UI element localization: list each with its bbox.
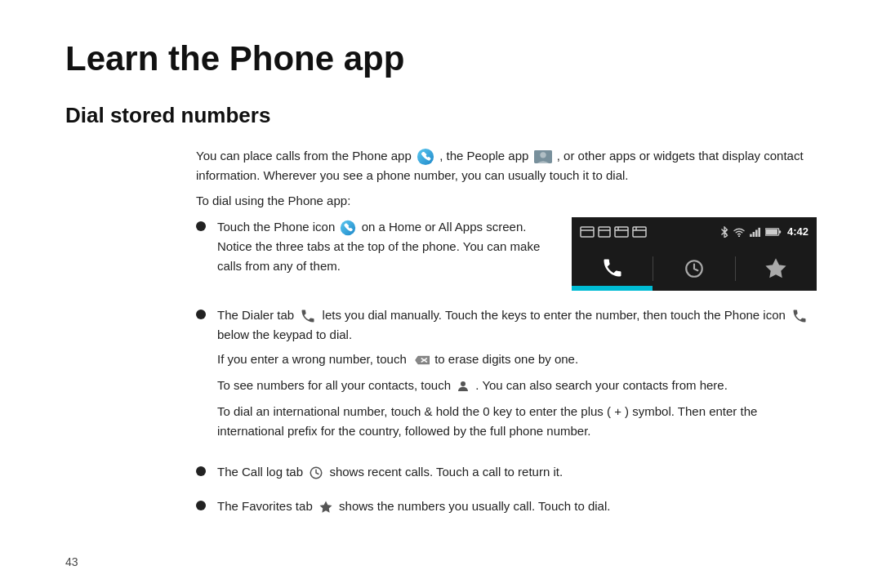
status-right-icons: 4:42 (720, 224, 808, 241)
status-bar: 4:42 (572, 217, 817, 247)
to-dial-text: To dial using the Phone app: (196, 194, 817, 207)
svg-point-26 (461, 381, 466, 386)
status-time: 4:42 (787, 224, 808, 241)
signal-icon (750, 227, 761, 237)
svg-marker-23 (416, 356, 430, 363)
svg-rect-11 (633, 227, 646, 237)
active-tab-indicator (572, 286, 653, 288)
clock-tab-icon (684, 258, 705, 279)
phone-tabs-bar (572, 247, 817, 291)
svg-point-14 (738, 235, 740, 237)
touch-phone-text2: on a Home or All Apps screen. (362, 220, 527, 234)
bluetooth-icon (720, 226, 728, 238)
phone-tab-favorites (736, 247, 817, 291)
bullet-touch-phone: Touch the Phone icon (196, 217, 817, 291)
dialer-small-icon (300, 308, 316, 324)
favorites-text2: shows the numbers you usually call. Touc… (339, 499, 610, 513)
intro-text-2: , the People app (439, 149, 528, 163)
svg-rect-17 (755, 229, 758, 237)
sub-text-contacts: To see numbers for all your contacts, to… (217, 376, 817, 395)
calllog-text2: shows recent calls. Touch a call to retu… (329, 465, 563, 479)
phone-tab-icon (601, 256, 624, 279)
content-area: You can place calls from the Phone app ,… (196, 146, 817, 516)
people-app-icon (534, 149, 552, 164)
phone-tab-history (653, 247, 734, 291)
sub-text-international: To dial an international number, touch &… (217, 402, 817, 441)
favorites-text1: The Favorites tab (217, 499, 313, 513)
svg-rect-6 (599, 227, 610, 237)
calllog-icon (309, 466, 323, 480)
bullet-dot-4 (196, 501, 206, 510)
svg-rect-18 (758, 228, 760, 237)
status-left-icons (580, 226, 647, 238)
bullet-dialer-tab: The Dialer tab lets you dial manually. T… (196, 305, 817, 448)
section-title: Dial stored numbers (65, 103, 817, 128)
svg-point-2 (540, 152, 546, 158)
dialer-text2: lets you dial manually. Touch the keys t… (323, 308, 786, 322)
bullet-call-log: The Call log tab shows recent calls. Tou… (196, 462, 817, 482)
contacts-text2: . You can also search your contacts from… (475, 378, 728, 392)
sub-text-erase: If you enter a wrong number, touch to er… (217, 350, 817, 369)
sub-bullet-area: If you enter a wrong number, touch to er… (217, 350, 817, 441)
bullet-dot-3 (196, 466, 206, 476)
phone-screenshot-widget: 4:42 (572, 217, 817, 291)
favorites-star-icon (318, 500, 333, 514)
erase-text1: If you enter a wrong number, touch (217, 352, 410, 366)
touch-phone-text1: Touch the Phone icon (217, 220, 335, 234)
wifi-icon (733, 227, 746, 237)
bullet-favorites: The Favorites tab shows the numbers you … (196, 497, 817, 516)
first-bullet-text: Touch the Phone icon (217, 217, 572, 276)
svg-rect-16 (753, 232, 755, 237)
page-number: 43 (65, 555, 78, 568)
phone-tab-phone (572, 247, 653, 291)
notification-icon-3 (614, 226, 629, 238)
page-container: Learn the Phone app Dial stored numbers … (0, 0, 882, 570)
calllog-text1: The Call log tab (217, 465, 303, 479)
svg-rect-4 (581, 227, 594, 237)
contacts-text1: To see numbers for all your contacts, to… (217, 378, 454, 392)
svg-rect-20 (766, 229, 777, 235)
phone-app-icon (416, 148, 434, 166)
page-title: Learn the Phone app (65, 39, 817, 78)
svg-rect-8 (615, 227, 628, 237)
bullet-content-3: The Call log tab shows recent calls. Tou… (217, 462, 817, 482)
erase-text2: to erase digits one by one. (434, 352, 578, 366)
phone-icon-inline-1 (340, 220, 356, 236)
bullet-content-2: The Dialer tab lets you dial manually. T… (217, 305, 817, 448)
notification-icon-4 (632, 226, 647, 238)
dialer-text1: The Dialer tab (217, 308, 294, 322)
bullet-content-1: Touch the Phone icon (217, 217, 817, 291)
intro-paragraph: You can place calls from the Phone app ,… (196, 146, 817, 185)
notification-icon-2 (598, 226, 611, 238)
notification-icon-1 (580, 226, 595, 238)
svg-rect-21 (779, 230, 782, 233)
bullet-list: Touch the Phone icon (196, 217, 817, 516)
erase-icon (412, 354, 430, 367)
star-tab-icon (765, 258, 786, 279)
intro-text-1: You can place calls from the Phone app (196, 149, 412, 163)
contacts-icon (456, 379, 470, 394)
bullet-dot-1 (196, 221, 206, 231)
battery-icon (765, 227, 782, 237)
bullet-content-4: The Favorites tab shows the numbers you … (217, 497, 817, 516)
dialer-phone-icon-2 (791, 308, 808, 324)
svg-rect-15 (750, 234, 752, 237)
first-bullet-wrap: Touch the Phone icon (217, 217, 817, 291)
bullet-dot-2 (196, 310, 206, 319)
dialer-text3: below the keypad to dial. (217, 327, 352, 341)
touch-phone-subtext: Notice the three tabs at the top of the … (217, 239, 540, 273)
